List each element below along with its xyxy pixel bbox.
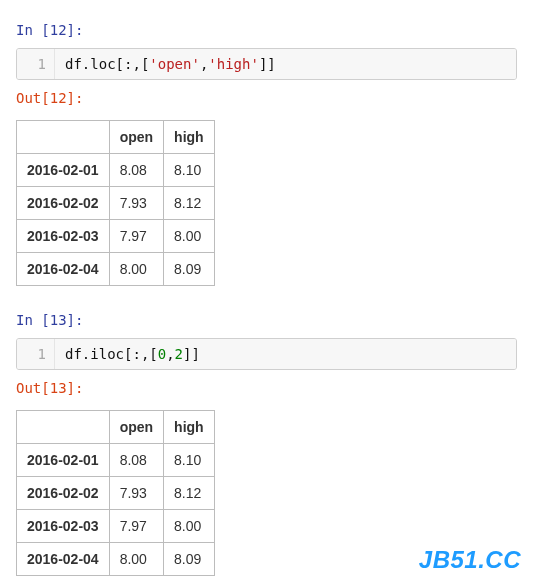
code-token: 'open': [149, 56, 200, 72]
cell-open: 8.00: [109, 253, 163, 286]
table-row: 2016-02-04 8.00 8.09: [17, 253, 215, 286]
col-header: open: [109, 411, 163, 444]
code-token: 2: [175, 346, 183, 362]
cell-high: 8.10: [164, 154, 215, 187]
row-index: 2016-02-02: [17, 187, 110, 220]
code-cell-12[interactable]: 1 df.loc[:,['open','high']]: [16, 48, 517, 80]
code-token: .iloc[: [82, 346, 133, 362]
code-token: ,[: [132, 56, 149, 72]
cell-high: 8.10: [164, 444, 215, 477]
table-row: 2016-02-03 7.97 8.00: [17, 510, 215, 543]
col-header: high: [164, 411, 215, 444]
col-header: open: [109, 121, 163, 154]
output-prompt-12: Out[12]:: [16, 90, 517, 106]
watermark-text: JB51.CC: [419, 546, 521, 574]
code-token: 'high': [208, 56, 259, 72]
row-index: 2016-02-04: [17, 543, 110, 576]
cell-high: 8.12: [164, 187, 215, 220]
code-token: ,: [166, 346, 174, 362]
input-prompt-12: In [12]:: [16, 22, 517, 38]
code-token: .loc[: [82, 56, 124, 72]
output-prompt-label: Out[13]:: [16, 380, 83, 396]
table-header-row: open high: [17, 121, 215, 154]
code-token: ]]: [183, 346, 200, 362]
table-corner-cell: [17, 121, 110, 154]
row-index: 2016-02-02: [17, 477, 110, 510]
cell-high: 8.00: [164, 220, 215, 253]
cell-open: 8.00: [109, 543, 163, 576]
table-row: 2016-02-02 7.93 8.12: [17, 477, 215, 510]
code-token: df: [65, 346, 82, 362]
code-token: ]]: [259, 56, 276, 72]
output-prompt-label: Out[12]:: [16, 90, 83, 106]
code-token: ,[: [141, 346, 158, 362]
code-body[interactable]: df.loc[:,['open','high']]: [55, 49, 516, 79]
row-index: 2016-02-03: [17, 220, 110, 253]
input-prompt-label: In [12]:: [16, 22, 83, 38]
cell-open: 8.08: [109, 154, 163, 187]
row-index: 2016-02-01: [17, 444, 110, 477]
code-token: 0: [158, 346, 166, 362]
cell-high: 8.00: [164, 510, 215, 543]
line-number: 1: [17, 49, 55, 79]
table-corner-cell: [17, 411, 110, 444]
table-row: 2016-02-01 8.08 8.10: [17, 154, 215, 187]
cell-open: 7.93: [109, 187, 163, 220]
table-row: 2016-02-02 7.93 8.12: [17, 187, 215, 220]
col-header: high: [164, 121, 215, 154]
table-row: 2016-02-04 8.00 8.09: [17, 543, 215, 576]
cell-high: 8.09: [164, 253, 215, 286]
cell-open: 7.97: [109, 510, 163, 543]
output-prompt-13: Out[13]:: [16, 380, 517, 396]
cell-high: 8.12: [164, 477, 215, 510]
output-table-13: open high 2016-02-01 8.08 8.10 2016-02-0…: [16, 410, 215, 576]
cell-open: 7.93: [109, 477, 163, 510]
table-header-row: open high: [17, 411, 215, 444]
code-token: :: [132, 346, 140, 362]
cell-high: 8.09: [164, 543, 215, 576]
row-index: 2016-02-03: [17, 510, 110, 543]
code-token: df: [65, 56, 82, 72]
input-prompt-13: In [13]:: [16, 312, 517, 328]
row-index: 2016-02-01: [17, 154, 110, 187]
cell-open: 8.08: [109, 444, 163, 477]
input-prompt-label: In [13]:: [16, 312, 83, 328]
code-cell-13[interactable]: 1 df.iloc[:,[0,2]]: [16, 338, 517, 370]
code-body[interactable]: df.iloc[:,[0,2]]: [55, 339, 516, 369]
cell-open: 7.97: [109, 220, 163, 253]
row-index: 2016-02-04: [17, 253, 110, 286]
table-row: 2016-02-03 7.97 8.00: [17, 220, 215, 253]
line-number: 1: [17, 339, 55, 369]
table-row: 2016-02-01 8.08 8.10: [17, 444, 215, 477]
output-table-12: open high 2016-02-01 8.08 8.10 2016-02-0…: [16, 120, 215, 286]
